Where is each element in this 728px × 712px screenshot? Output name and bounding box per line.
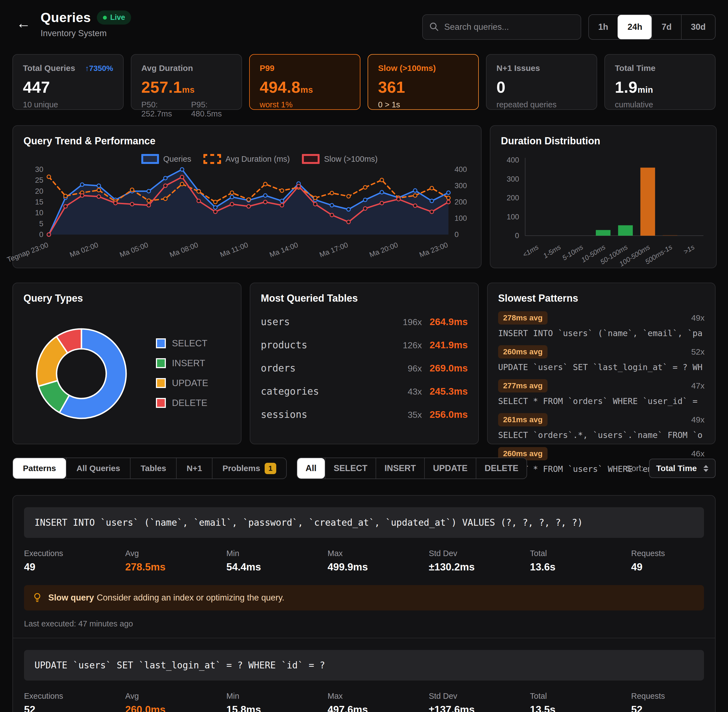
warning-text: Slow queryConsider adding an index or op… bbox=[48, 593, 284, 603]
stat-sub-p95: P95: 480.5ms bbox=[191, 100, 232, 119]
filter-select[interactable]: SELECT bbox=[325, 458, 375, 479]
tab-n1[interactable]: N+1 bbox=[176, 458, 212, 479]
svg-text:Ma 05:00: Ma 05:00 bbox=[119, 241, 149, 259]
svg-text:15: 15 bbox=[35, 198, 43, 206]
trend-line-chart[interactable]: 0510152025300100200300400Tegnap 23:00Ma … bbox=[24, 166, 471, 258]
time-range-group: 1h 24h 7d 30d bbox=[589, 14, 716, 40]
subtitle: Inventory System bbox=[40, 28, 131, 39]
delete-swatch bbox=[156, 398, 166, 408]
search-input[interactable] bbox=[422, 14, 581, 40]
slow-pattern-item[interactable]: 277ms avg 47x SELECT * FROM `orders` WHE… bbox=[498, 379, 704, 406]
header: ← Queries Live Inventory System 1h bbox=[12, 10, 716, 40]
pattern-list: INSERT INTO `users` (`name`, `email`, `p… bbox=[12, 495, 716, 712]
svg-text:0: 0 bbox=[455, 230, 459, 239]
stat-total: Total13.5s bbox=[530, 691, 631, 712]
legend-avg-duration[interactable]: Avg Duration (ms) bbox=[203, 154, 290, 164]
distribution-bar-chart[interactable]: 0100200300400<1ms1-5ms5-10ms10-50ms50-10… bbox=[501, 152, 706, 268]
svg-text:25: 25 bbox=[35, 176, 43, 184]
legend-delete[interactable]: DELETE bbox=[156, 398, 208, 408]
stat-label: N+1 Issues bbox=[497, 64, 540, 73]
updown-chevron-icon bbox=[703, 465, 709, 472]
pattern-sql: UPDATE `users` SET `last_login_at` = ? W… bbox=[24, 650, 704, 681]
table-row[interactable]: users 196x264.9ms bbox=[261, 316, 468, 327]
stat-value: 361 bbox=[378, 78, 468, 96]
slow-pattern-item[interactable]: 261ms avg 49x SELECT `orders`.*, `users`… bbox=[498, 413, 704, 440]
stat-delta: ↑7350% bbox=[85, 64, 113, 73]
stat-sub: 0 > 1s bbox=[378, 100, 400, 109]
avg-badge: 278ms avg bbox=[498, 311, 547, 325]
last-executed: Last executed: 47 minutes ago bbox=[24, 619, 704, 628]
stat-card-n1-issues: N+1 Issues 0 repeated queries bbox=[486, 54, 597, 110]
svg-text:30: 30 bbox=[35, 165, 43, 174]
tab-all-queries[interactable]: All Queries bbox=[66, 458, 130, 479]
distribution-title: Duration Distribution bbox=[501, 135, 706, 147]
legend-update[interactable]: UPDATE bbox=[156, 378, 208, 388]
stat-sub: 10 unique bbox=[23, 100, 58, 109]
pattern-row[interactable]: INSERT INTO `users` (`name`, `email`, `p… bbox=[13, 495, 715, 638]
svg-text:400: 400 bbox=[507, 156, 519, 164]
svg-text:Ma 11:00: Ma 11:00 bbox=[219, 241, 249, 259]
view-tabs: Patterns All Queries Tables N+1 Problems… bbox=[12, 458, 287, 479]
back-button[interactable]: ← bbox=[16, 16, 31, 30]
search-icon bbox=[429, 22, 439, 32]
filter-update[interactable]: UPDATE bbox=[424, 458, 476, 479]
legend-select[interactable]: SELECT bbox=[156, 338, 208, 349]
stat-requests: Requests49 bbox=[631, 549, 704, 573]
svg-text:100: 100 bbox=[507, 213, 519, 221]
legend-insert[interactable]: INSERT bbox=[156, 358, 208, 368]
slow-pattern-item[interactable]: 278ms avg 49x INSERT INTO `users` (`name… bbox=[498, 311, 704, 338]
queries-dashboard: ← Queries Live Inventory System 1h bbox=[0, 0, 728, 712]
stat-stddev: Std Dev±137.6ms bbox=[429, 691, 530, 712]
stat-label: Avg Duration bbox=[141, 64, 193, 73]
problems-count-badge: 1 bbox=[265, 463, 276, 474]
stat-value: 494.8ms bbox=[260, 78, 350, 96]
filter-insert[interactable]: INSERT bbox=[375, 458, 424, 479]
svg-text:200: 200 bbox=[455, 198, 467, 206]
query-types-legend: SELECT INSERT UPDATE DELETE bbox=[156, 338, 208, 408]
pattern-row[interactable]: UPDATE `users` SET `last_login_at` = ? W… bbox=[13, 638, 715, 712]
sort-dropdown[interactable]: Total Time bbox=[649, 459, 716, 478]
trend-chart-card: Query Trend & Performance Queries Avg Du… bbox=[12, 125, 482, 268]
tab-problems[interactable]: Problems 1 bbox=[212, 458, 286, 479]
stat-label: Total Queries bbox=[23, 64, 75, 73]
insert-swatch bbox=[156, 358, 166, 368]
stat-executions: Executions52 bbox=[24, 691, 125, 712]
query-types-card: Query Types SELECT INSERT UPDATE bbox=[12, 283, 242, 444]
range-24h[interactable]: 24h bbox=[618, 15, 652, 39]
svg-text:400: 400 bbox=[455, 165, 467, 174]
table-row[interactable]: orders 96x269.0ms bbox=[261, 363, 468, 374]
most-queried-title: Most Queried Tables bbox=[261, 292, 468, 304]
stat-label: P99 bbox=[260, 64, 274, 73]
range-30d[interactable]: 30d bbox=[681, 15, 715, 39]
stat-avg: Avg260.0ms bbox=[125, 691, 227, 712]
filter-all[interactable]: All bbox=[297, 458, 325, 479]
svg-text:Ma 14:00: Ma 14:00 bbox=[268, 241, 299, 259]
svg-text:Ma 08:00: Ma 08:00 bbox=[168, 241, 199, 259]
tab-patterns[interactable]: Patterns bbox=[13, 458, 66, 479]
table-row[interactable]: categories 43x245.3ms bbox=[261, 386, 468, 397]
stat-sub-p50: P50: 252.7ms bbox=[141, 100, 182, 119]
svg-text:1-5ms: 1-5ms bbox=[542, 243, 562, 260]
query-types-title: Query Types bbox=[24, 292, 230, 304]
legend-slow[interactable]: Slow (>100ms) bbox=[302, 154, 378, 164]
stat-max: Max499.9ms bbox=[328, 549, 429, 573]
query-types-donut[interactable] bbox=[24, 312, 139, 434]
table-row[interactable]: sessions 35x256.0ms bbox=[261, 409, 468, 420]
stats-row: Total Queries ↑7350% 447 10 unique Avg D… bbox=[12, 54, 716, 110]
svg-text:300: 300 bbox=[507, 175, 519, 183]
avg-badge: 261ms avg bbox=[498, 413, 547, 426]
range-7d[interactable]: 7d bbox=[652, 15, 681, 39]
svg-text:10: 10 bbox=[35, 209, 43, 217]
legend-queries[interactable]: Queries bbox=[141, 154, 191, 164]
stat-value: 0 bbox=[497, 78, 587, 96]
legend-queries-swatch bbox=[141, 154, 159, 164]
tab-tables[interactable]: Tables bbox=[130, 458, 176, 479]
range-1h[interactable]: 1h bbox=[589, 15, 618, 39]
stat-max: Max497.6ms bbox=[328, 691, 429, 712]
stat-card-slow: Slow (>100ms) 361 0 > 1s bbox=[368, 54, 479, 110]
slow-pattern-item[interactable]: 260ms avg 52x UPDATE `users` SET `last_l… bbox=[498, 345, 704, 372]
filter-delete[interactable]: DELETE bbox=[476, 458, 526, 479]
svg-text:Tegnap 23:00: Tegnap 23:00 bbox=[6, 241, 49, 264]
trend-legend: Queries Avg Duration (ms) Slow (>100ms) bbox=[48, 153, 470, 165]
table-row[interactable]: products 126x241.9ms bbox=[261, 340, 468, 350]
